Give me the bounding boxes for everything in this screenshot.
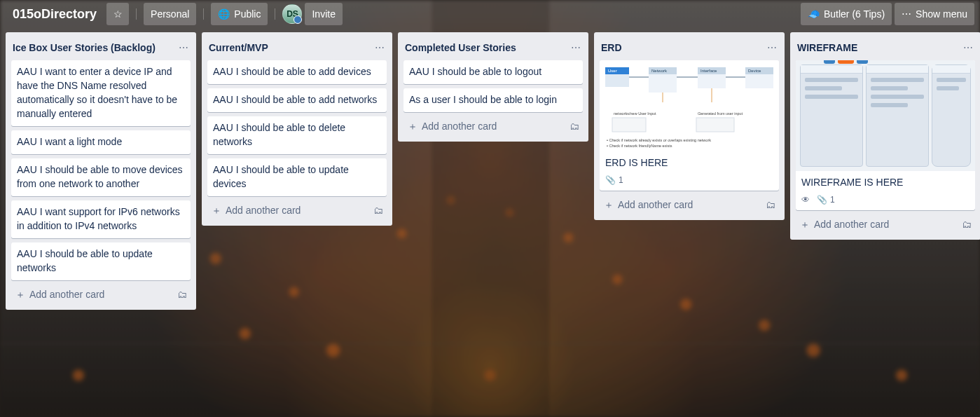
list-title[interactable]: ERD [601, 41, 622, 55]
svg-rect-16 [696, 118, 734, 132]
card-text: AAU I should be able to add devices [207, 60, 387, 84]
card-template-button[interactable]: 🗂 [172, 285, 192, 304]
plus-icon: ＋ [212, 205, 221, 215]
list-menu-button[interactable]: ⋯ [958, 38, 978, 57]
show-menu-button[interactable]: ⋯ Show menu [895, 3, 974, 25]
card[interactable]: AAU I should be able to add devices [207, 60, 387, 84]
divider [275, 8, 275, 20]
board-title[interactable]: 015oDirectory [6, 3, 104, 25]
card-text: AAU I should be able to update devices [207, 158, 387, 196]
add-card-label: Add another card [422, 121, 497, 132]
card-cover-erd: User Network Interface Device [600, 60, 779, 151]
star-button[interactable]: ☆ [106, 3, 129, 25]
plus-icon: ＋ [15, 289, 25, 299]
watching-badge: 👁 [801, 196, 810, 204]
card-text: AAU I want a light mode [11, 130, 191, 154]
visibility-personal-label: Personal [151, 8, 189, 20]
template-icon: 🗂 [373, 205, 383, 215]
card[interactable]: AAU I want to enter a device IP and have… [11, 60, 191, 126]
wireframe-panel-desktop-1 [800, 64, 863, 167]
add-card-button[interactable]: ＋Add another card [402, 116, 560, 136]
template-icon: 🗂 [962, 219, 972, 229]
butler-label: Butler (6 Tips) [824, 8, 885, 20]
svg-rect-9 [698, 74, 726, 88]
plus-icon: ＋ [604, 200, 614, 210]
list-footer: ＋Add another card 🗂 [202, 198, 392, 224]
visibility-public-label: Public [234, 8, 261, 20]
list-title[interactable]: Ice Box User Stories (Backlog) [13, 41, 156, 55]
add-card-label: Add another card [618, 199, 693, 210]
add-card-label: Add another card [814, 219, 889, 230]
plus-icon: ＋ [408, 121, 417, 131]
list-header: WIREFRAME ⋯ [790, 32, 980, 60]
add-card-label: Add another card [226, 205, 301, 216]
card-erd[interactable]: User Network Interface Device [600, 60, 779, 191]
invite-button[interactable]: Invite [305, 3, 342, 25]
list-menu-button[interactable]: ⋯ [370, 38, 389, 57]
member-avatar[interactable]: DS [282, 4, 302, 24]
add-card-button[interactable]: ＋Add another card [206, 200, 364, 220]
star-icon: ☆ [113, 9, 123, 19]
card[interactable]: AAU I should be able to move devices fro… [11, 158, 191, 196]
list-menu-button[interactable]: ⋯ [762, 38, 782, 57]
card-template-button[interactable]: 🗂 [761, 195, 780, 214]
card-text: AAU I want support for IPv6 networks in … [11, 200, 191, 238]
globe-icon: 🌐 [218, 9, 230, 19]
annotation [838, 60, 855, 64]
card-text: AAU I want to enter a device IP and have… [11, 60, 191, 126]
dots-icon: ⋯ [767, 43, 777, 53]
attachments-count: 1 [830, 195, 835, 205]
card-template-button[interactable]: 🗂 [565, 116, 584, 136]
card[interactable]: AAU I should be able to update networks [11, 242, 191, 280]
svg-text:Device: Device [748, 69, 761, 73]
divider [203, 8, 204, 20]
butler-button[interactable]: 🧢 Butler (6 Tips) [801, 3, 892, 25]
board-header: 015oDirectory ☆ Personal 🌐 Public DS Inv… [0, 0, 980, 28]
wireframe-panel-desktop-2 [866, 64, 929, 167]
card[interactable]: AAU I want support for IPv6 networks in … [11, 200, 191, 238]
dots-icon: ⋯ [375, 43, 385, 53]
attachments-badge: 📎 1 [817, 195, 835, 205]
card[interactable]: AAU I should be able to add networks [207, 88, 387, 112]
card[interactable]: As a user I should be able to login [403, 88, 583, 112]
svg-rect-3 [605, 74, 629, 87]
template-icon: 🗂 [570, 121, 579, 131]
list-menu-button[interactable]: ⋯ [174, 38, 193, 57]
card[interactable]: AAU I want a light mode [11, 130, 191, 154]
board-canvas[interactable]: Ice Box User Stories (Backlog) ⋯ AAU I w… [0, 28, 980, 417]
annotation [824, 60, 835, 64]
list-title[interactable]: WIREFRAME [797, 41, 857, 55]
svg-text:Network: Network [651, 69, 668, 73]
wireframe-annotations [824, 60, 868, 64]
add-card-button[interactable]: ＋Add another card [10, 285, 168, 304]
list-header: ERD ⋯ [594, 32, 785, 60]
add-card-button[interactable]: ＋Add another card [598, 195, 757, 214]
add-card-button[interactable]: ＋Add another card [794, 214, 953, 234]
visibility-public-button[interactable]: 🌐 Public [211, 3, 268, 25]
svg-text:• Check if network friendlyNam: • Check if network friendlyName exists [607, 144, 672, 148]
card[interactable]: AAU I should be able to logout [403, 60, 583, 84]
list-cards: WIREFRAME IS HERE 👁 📎 1 [790, 60, 980, 212]
list-cards: User Network Interface Device [594, 60, 785, 192]
card[interactable]: AAU I should be able to delete networks [207, 116, 387, 154]
card-template-button[interactable]: 🗂 [368, 200, 388, 220]
list-menu-button[interactable]: ⋯ [566, 38, 586, 57]
list-footer: ＋Add another card 🗂 [6, 282, 196, 308]
svg-rect-15 [612, 118, 646, 132]
list-title[interactable]: Completed User Stories [405, 41, 516, 55]
card-text: AAU I should be able to logout [403, 60, 583, 84]
card[interactable]: AAU I should be able to update devices [207, 158, 387, 196]
svg-rect-12 [745, 74, 773, 88]
list-title[interactable]: Current/MVP [209, 41, 268, 55]
visibility-personal-button[interactable]: Personal [144, 3, 196, 25]
svg-text:Generated from user input: Generated from user input [698, 111, 743, 116]
show-menu-label: Show menu [916, 8, 967, 20]
list-header: Ice Box User Stories (Backlog) ⋯ [6, 32, 196, 60]
card-template-button[interactable]: 🗂 [957, 214, 976, 234]
attachments-badge: 📎 1 [605, 175, 623, 185]
card-wireframe[interactable]: WIREFRAME IS HERE 👁 📎 1 [796, 60, 975, 210]
card-text: WIREFRAME IS HERE [796, 171, 975, 195]
list-icebox: Ice Box User Stories (Backlog) ⋯ AAU I w… [6, 32, 196, 310]
annotation [857, 60, 868, 64]
invite-label: Invite [312, 8, 335, 20]
